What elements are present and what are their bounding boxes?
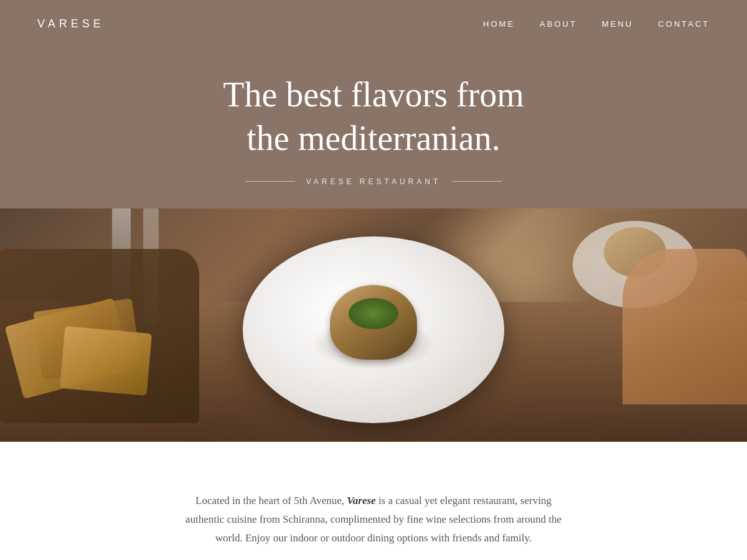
main-plate [243,236,504,423]
hero-section: The best flavors from the mediterranian.… [0,0,747,442]
bread-basket [0,249,199,423]
nav-contact[interactable]: CONTACT [658,19,710,29]
hero-subtitle: VARESE RESTAURANT [306,177,441,186]
plate-food [330,285,417,360]
hero-title: The best flavors from the mediterranian. [223,73,524,160]
nav-menu[interactable]: MENU [602,19,633,29]
site-header: VARESE HOME ABOUT MENU CONTACT [0,0,747,48]
about-text: Located in the heart of 5th Avenue, Vare… [181,492,566,547]
site-logo[interactable]: VARESE [37,17,105,30]
about-brand-name: Varese [347,495,375,506]
hand-holding-plate [622,249,747,404]
hero-food-image [0,208,747,442]
hero-divider: VARESE RESTAURANT [245,177,502,186]
divider-line-right [452,181,502,182]
food-scene [0,208,747,442]
bread-slice-3 [60,326,152,396]
about-section: Located in the heart of 5th Avenue, Vare… [0,442,747,560]
main-nav: HOME ABOUT MENU CONTACT [483,19,710,29]
divider-line-left [245,181,295,182]
nav-home[interactable]: HOME [483,19,515,29]
nav-about[interactable]: ABOUT [540,19,577,29]
about-text-before: Located in the heart of 5th Avenue, [195,495,347,506]
plate-greens [349,298,398,329]
